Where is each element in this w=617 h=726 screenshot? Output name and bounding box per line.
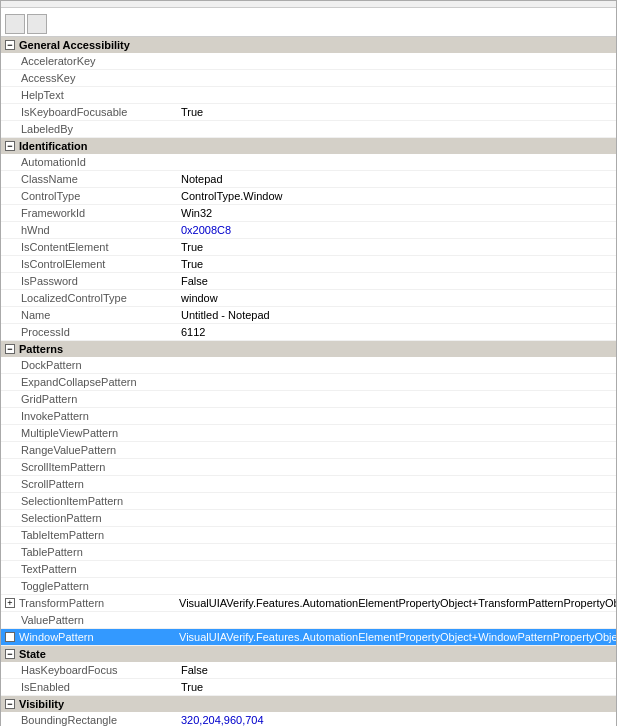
table-row[interactable]: AccessKey: [1, 70, 616, 87]
table-row[interactable]: GridPattern: [1, 391, 616, 408]
property-name: BoundingRectangle: [21, 714, 181, 726]
property-value: Notepad: [181, 173, 223, 185]
property-name: TransformPattern: [19, 597, 179, 609]
property-name: IsContentElement: [21, 241, 181, 253]
section-label: Visibility: [19, 698, 64, 710]
property-name: ProcessId: [21, 326, 181, 338]
panel-header: [1, 1, 616, 8]
table-row[interactable]: DockPattern: [1, 357, 616, 374]
table-row[interactable]: HasKeyboardFocusFalse: [1, 662, 616, 679]
property-value: ControlType.Window: [181, 190, 283, 202]
property-name: hWnd: [21, 224, 181, 236]
property-name: SelectionPattern: [21, 512, 181, 524]
property-name: IsKeyboardFocusable: [21, 106, 181, 118]
property-name: TextPattern: [21, 563, 181, 575]
table-row[interactable]: NameUntitled - Notepad: [1, 307, 616, 324]
property-name: TableItemPattern: [21, 529, 181, 541]
table-row[interactable]: TextPattern: [1, 561, 616, 578]
property-value: VisualUIAVerify.Features.AutomationEleme…: [179, 631, 616, 643]
table-row[interactable]: ScrollPattern: [1, 476, 616, 493]
property-value[interactable]: 320,204,960,704: [181, 714, 264, 726]
expand-icon[interactable]: −: [5, 649, 15, 659]
section-label: State: [19, 648, 46, 660]
section-header-state[interactable]: −State: [1, 646, 616, 662]
table-row[interactable]: hWnd0x2008C8: [1, 222, 616, 239]
property-value: window: [181, 292, 218, 304]
table-row[interactable]: IsKeyboardFocusableTrue: [1, 104, 616, 121]
table-row[interactable]: IsControlElementTrue: [1, 256, 616, 273]
properties-container: −General AccessibilityAcceleratorKeyAcce…: [1, 37, 616, 726]
property-value[interactable]: 0x2008C8: [181, 224, 231, 236]
section-header-patterns[interactable]: −Patterns: [1, 341, 616, 357]
property-value: True: [181, 258, 203, 270]
table-row[interactable]: InvokePattern: [1, 408, 616, 425]
property-name: AutomationId: [21, 156, 181, 168]
table-row[interactable]: ClassNameNotepad: [1, 171, 616, 188]
table-row[interactable]: ControlTypeControlType.Window: [1, 188, 616, 205]
table-row[interactable]: RangeValuePattern: [1, 442, 616, 459]
property-value: Win32: [181, 207, 212, 219]
expand-icon[interactable]: −: [5, 141, 15, 151]
row-expand-button[interactable]: +: [5, 632, 15, 642]
section-label: Patterns: [19, 343, 63, 355]
table-row[interactable]: ValuePattern: [1, 612, 616, 629]
table-row[interactable]: MultipleViewPattern: [1, 425, 616, 442]
property-value: True: [181, 106, 203, 118]
property-value: False: [181, 275, 208, 287]
section-label: General Accessibility: [19, 39, 130, 51]
property-name: GridPattern: [21, 393, 181, 405]
table-row[interactable]: ExpandCollapsePattern: [1, 374, 616, 391]
table-row[interactable]: AutomationId: [1, 154, 616, 171]
table-row[interactable]: +WindowPatternVisualUIAVerify.Features.A…: [1, 629, 616, 646]
property-name: HasKeyboardFocus: [21, 664, 181, 676]
property-value: True: [181, 681, 203, 693]
table-row[interactable]: ProcessId6112: [1, 324, 616, 341]
row-expand-button[interactable]: +: [5, 598, 15, 608]
property-name: MultipleViewPattern: [21, 427, 181, 439]
expand-icon[interactable]: −: [5, 40, 15, 50]
section-header-identification[interactable]: −Identification: [1, 138, 616, 154]
property-name: HelpText: [21, 89, 181, 101]
table-row[interactable]: +TransformPatternVisualUIAVerify.Feature…: [1, 595, 616, 612]
property-name: FrameworkId: [21, 207, 181, 219]
table-row[interactable]: TableItemPattern: [1, 527, 616, 544]
property-name: WindowPattern: [19, 631, 179, 643]
property-name: TogglePattern: [21, 580, 181, 592]
table-row[interactable]: HelpText: [1, 87, 616, 104]
table-row[interactable]: TogglePattern: [1, 578, 616, 595]
table-row[interactable]: SelectionPattern: [1, 510, 616, 527]
property-name: IsControlElement: [21, 258, 181, 270]
table-row[interactable]: ScrollItemPattern: [1, 459, 616, 476]
property-name: ControlType: [21, 190, 181, 202]
property-name: ScrollPattern: [21, 478, 181, 490]
table-row[interactable]: LocalizedControlTypewindow: [1, 290, 616, 307]
property-name: Name: [21, 309, 181, 321]
property-name: AccessKey: [21, 72, 181, 84]
section-header-visibility[interactable]: −Visibility: [1, 696, 616, 712]
property-name: DockPattern: [21, 359, 181, 371]
table-row[interactable]: IsEnabledTrue: [1, 679, 616, 696]
property-name: ValuePattern: [21, 614, 181, 626]
table-row[interactable]: FrameworkIdWin32: [1, 205, 616, 222]
property-name: ClassName: [21, 173, 181, 185]
table-row[interactable]: LabeledBy: [1, 121, 616, 138]
properties-panel: −General AccessibilityAcceleratorKeyAcce…: [0, 0, 617, 726]
property-value: Untitled - Notepad: [181, 309, 270, 321]
refresh-button[interactable]: [5, 14, 25, 34]
property-name: IsPassword: [21, 275, 181, 287]
section-header-general-accessibility[interactable]: −General Accessibility: [1, 37, 616, 53]
table-row[interactable]: TablePattern: [1, 544, 616, 561]
table-row[interactable]: IsPasswordFalse: [1, 273, 616, 290]
table-row[interactable]: IsContentElementTrue: [1, 239, 616, 256]
table-row[interactable]: SelectionItemPattern: [1, 493, 616, 510]
table-row[interactable]: BoundingRectangle320,204,960,704: [1, 712, 616, 726]
property-name: RangeValuePattern: [21, 444, 181, 456]
property-name: LabeledBy: [21, 123, 181, 135]
property-name: ExpandCollapsePattern: [21, 376, 181, 388]
expand-icon[interactable]: −: [5, 699, 15, 709]
view-button[interactable]: [27, 14, 47, 34]
expand-icon[interactable]: −: [5, 344, 15, 354]
section-label: Identification: [19, 140, 87, 152]
table-row[interactable]: AcceleratorKey: [1, 53, 616, 70]
property-value: 6112: [181, 326, 205, 338]
